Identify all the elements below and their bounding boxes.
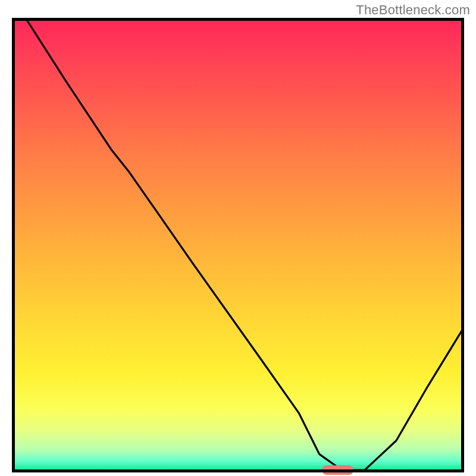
figure-root: TheBottleneck.com: [0, 0, 476, 476]
attribution-text: TheBottleneck.com: [356, 2, 470, 18]
curve-layer: [12, 18, 464, 472]
bottleneck-curve: [26, 18, 464, 470]
optimal-range-marker: [322, 465, 353, 475]
plot-area: [12, 18, 464, 472]
